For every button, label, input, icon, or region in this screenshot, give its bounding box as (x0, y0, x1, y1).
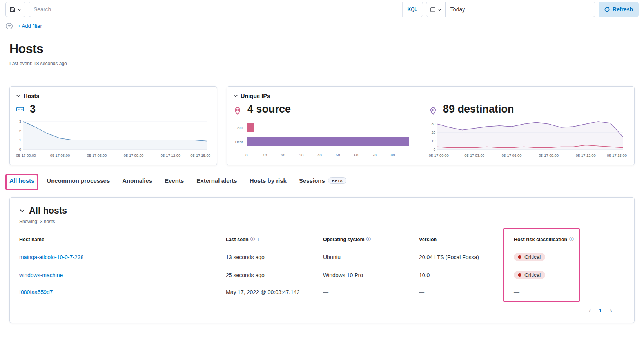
pagination-next-button[interactable]: › (608, 306, 614, 315)
tabs-bar: All hosts Uncommon processes Anomalies E… (9, 177, 635, 187)
risk-label: Critical (524, 254, 541, 260)
table-row: f080faa559d7 May 17, 2022 @ 00:03:47.142… (19, 284, 625, 300)
svg-text:40: 40 (317, 153, 322, 157)
info-icon[interactable]: ⓘ (569, 236, 574, 243)
host-name-link[interactable]: windows-machine (19, 272, 63, 278)
sort-descending-icon[interactable]: ↓ (257, 236, 260, 242)
date-picker-menu-button[interactable] (426, 2, 446, 17)
host-name-column-label: Host name (19, 237, 44, 242)
hosts-count-value: 3 (30, 103, 36, 115)
hosts-chart-wrap: 012305-17 00:0005-17 03:0005-17 06:0005-… (16, 120, 210, 159)
svg-text:0: 0 (245, 153, 247, 157)
operating-system-column-label: Operating system (323, 237, 365, 242)
svg-text:05-17 15:00: 05-17 15:00 (607, 153, 627, 158)
unique-ips-bar-chart: Src.Dest.01020304050607080 (233, 120, 412, 159)
operating-system-cell: Windows 10 Pro (323, 266, 419, 284)
tab-hosts-by-risk[interactable]: Hosts by risk (250, 177, 287, 187)
last-seen-column-label: Last seen (226, 237, 249, 242)
svg-text:0: 0 (19, 147, 21, 151)
saved-query-menu-button[interactable] (5, 2, 25, 17)
svg-text:05-17 09:00: 05-17 09:00 (124, 153, 144, 158)
svg-text:05-17 00:00: 05-17 00:00 (16, 153, 36, 158)
svg-text:Src.: Src. (237, 125, 244, 130)
risk-cell: — (514, 284, 625, 300)
operating-system-cell: Ubuntu (323, 248, 419, 266)
critical-dot-icon (518, 273, 521, 277)
tab-uncommon-processes[interactable]: Uncommon processes (47, 177, 110, 187)
map-pin-icon (233, 107, 242, 115)
add-filter-button[interactable]: + Add filter (18, 23, 42, 29)
refresh-button[interactable]: Refresh (599, 2, 639, 17)
svg-text:30: 30 (299, 153, 304, 157)
column-header-operating-system[interactable]: Operating system ⓘ (323, 231, 419, 248)
save-icon (9, 7, 15, 13)
column-header-host-name[interactable]: Host name (19, 231, 226, 248)
table-row: mainqa-atlcolo-10-0-7-238 13 seconds ago… (19, 248, 625, 266)
svg-text:05-17 00:00: 05-17 00:00 (429, 153, 449, 158)
source-ips-value: 4 source (247, 103, 291, 115)
column-header-version[interactable]: Version (419, 231, 514, 248)
tab-all-hosts[interactable]: All hosts (9, 177, 34, 187)
hosts-panel-toggle[interactable]: Hosts (16, 93, 210, 99)
pagination-prev-button[interactable]: ‹ (587, 306, 593, 315)
table-header-row: Host name Last seen ⓘ ↓ Operating system… (19, 231, 625, 248)
svg-text:2: 2 (19, 129, 21, 133)
risk-label: Critical (524, 272, 541, 278)
last-seen-cell: May 17, 2022 @ 00:03:47.142 (226, 284, 323, 300)
info-icon[interactable]: ⓘ (250, 236, 255, 243)
page-content: Hosts Last event: 18 seconds ago Hosts 3 (0, 42, 644, 323)
search-bar: KQL (29, 2, 423, 17)
hosts-table: Host name Last seen ⓘ ↓ Operating system… (19, 231, 625, 300)
svg-text:05-17 06:00: 05-17 06:00 (502, 153, 522, 158)
svg-text:20: 20 (281, 153, 285, 157)
tab-sessions-label: Sessions (299, 177, 325, 184)
showing-count: Showing: 3 hosts (19, 219, 625, 224)
pagination-page-1[interactable]: 1 (597, 307, 604, 314)
tab-external-alerts[interactable]: External alerts (196, 177, 237, 187)
tab-sessions[interactable]: Sessions BETA (299, 177, 346, 187)
svg-text:05-17 03:00: 05-17 03:00 (50, 153, 70, 158)
calendar-icon (430, 7, 436, 13)
date-range-value[interactable]: Today (446, 2, 595, 17)
refresh-icon (604, 7, 610, 13)
chevron-down-icon (437, 7, 442, 12)
column-header-host-risk-classification[interactable]: Host risk classification ⓘ (514, 231, 625, 248)
risk-cell: Critical (514, 248, 625, 266)
query-bar: KQL Today Refresh (0, 0, 644, 20)
hosts-area-chart: 012305-17 00:0005-17 03:0005-17 06:0005-… (16, 120, 210, 159)
last-seen-cell: 13 seconds ago (226, 248, 323, 266)
svg-text:10: 10 (263, 153, 267, 157)
map-pin-icon (429, 107, 437, 115)
svg-text:1: 1 (19, 138, 21, 142)
last-event-text: Last event: 18 seconds ago (9, 61, 635, 66)
all-hosts-title: All hosts (29, 205, 67, 216)
page-header: Hosts Last event: 18 seconds ago (9, 42, 635, 66)
svg-text:70: 70 (372, 153, 377, 157)
filter-bar: + Add filter (0, 20, 644, 32)
risk-badge-critical: Critical (514, 271, 545, 279)
all-hosts-toggle[interactable]: All hosts (19, 205, 625, 216)
tab-anomalies[interactable]: Anomalies (122, 177, 152, 187)
last-seen-cell: 25 seconds ago (226, 266, 323, 284)
version-cell: 10.0 (419, 266, 514, 284)
tab-events[interactable]: Events (165, 177, 184, 187)
unique-ips-grid: 4 source 89 destination Src.Dest.0102030… (233, 102, 628, 159)
storage-icon (16, 105, 24, 113)
hosts-panel-title: Hosts (24, 93, 39, 99)
unique-ips-kpi-panel: Unique IPs 4 source 89 destination (227, 86, 635, 165)
unique-ips-panel-toggle[interactable]: Unique IPs (233, 93, 628, 99)
svg-text:05-17 09:00: 05-17 09:00 (539, 153, 559, 158)
kql-badge[interactable]: KQL (402, 2, 423, 17)
host-name-link[interactable]: f080faa559d7 (19, 289, 53, 295)
svg-text:05-17 12:00: 05-17 12:00 (576, 153, 596, 158)
svg-text:3: 3 (19, 119, 21, 123)
host-name-link[interactable]: mainqa-atlcolo-10-0-7-238 (19, 254, 83, 260)
search-input[interactable] (29, 6, 402, 13)
filter-options-icon[interactable] (5, 22, 13, 30)
unique-ips-line-chart: 010203005-17 00:0005-17 03:0005-17 06:00… (429, 120, 627, 159)
kpi-panels-row: Hosts 3 012305-17 00:0005-17 03:0005-17 … (9, 86, 635, 165)
destination-ips-stat: 89 destination (429, 103, 627, 115)
info-icon[interactable]: ⓘ (366, 236, 371, 243)
chevron-down-icon (17, 7, 22, 12)
column-header-last-seen[interactable]: Last seen ⓘ ↓ (226, 231, 323, 248)
